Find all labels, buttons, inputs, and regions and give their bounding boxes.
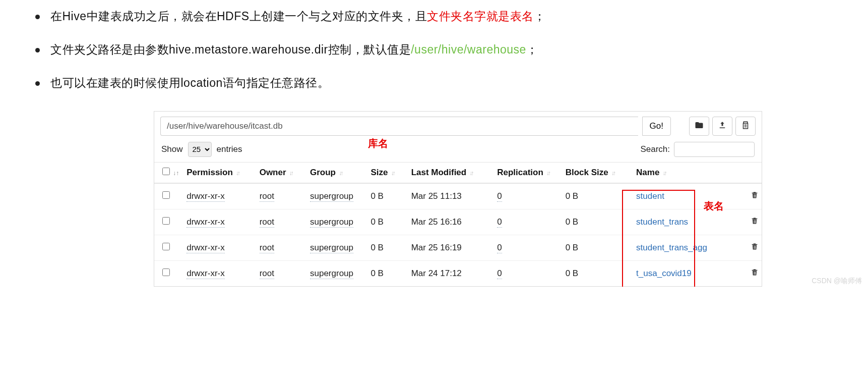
bullet-2-text-b: ； — [526, 43, 538, 56]
col-permission[interactable]: Permission↓↑ — [183, 162, 256, 183]
table-row: drwxr-xr-xrootsupergroup0 BMar 25 16:190… — [154, 235, 762, 260]
col-replication[interactable]: Replication↓↑ — [494, 162, 562, 183]
bullet-2-green: /user/hive/warehouse — [411, 43, 526, 56]
bullet-1-text-b: ； — [534, 10, 546, 23]
owner-value: root — [260, 243, 274, 253]
owner-value: root — [260, 191, 274, 202]
size-value: 0 B — [367, 260, 408, 286]
trash-icon — [751, 269, 759, 279]
blocksize-value: 0 B — [563, 260, 633, 286]
col-blocksize-label: Block Size — [566, 168, 608, 177]
sort-icon: ↓↑ — [388, 170, 394, 177]
sort-icon: ↓↑ — [170, 170, 179, 177]
group-value: supergroup — [310, 269, 353, 279]
row-checkbox[interactable] — [162, 269, 170, 276]
search-label: Search: — [640, 144, 670, 154]
bullet-list: 在Hive中建表成功之后，就会在HDFS上创建一个与之对应的文件夹，且文件夹名字… — [20, 9, 848, 91]
cut-button[interactable] — [735, 117, 756, 136]
name-link[interactable]: t_usa_covid19 — [636, 269, 692, 278]
col-owner-label: Owner — [260, 168, 286, 177]
new-folder-button[interactable] — [689, 117, 709, 136]
blocksize-value: 0 B — [563, 235, 633, 260]
col-actions — [745, 162, 762, 183]
replication-value: 0 — [497, 217, 502, 228]
toolbar: Go! — [154, 112, 762, 141]
perm-value: drwxr-xr-x — [187, 269, 225, 279]
bullet-2: 文件夹父路径是由参数hive.metastore.warehouse.dir控制… — [20, 42, 848, 58]
col-permission-label: Permission — [187, 168, 233, 177]
file-table: ↓↑ Permission↓↑ Owner↓↑ Group↓↑ Size↓↑ L… — [154, 162, 762, 286]
col-name[interactable]: Name↓↑ — [633, 162, 745, 183]
col-checkbox: ↓↑ — [154, 162, 183, 183]
col-size[interactable]: Size↓↑ — [367, 162, 408, 183]
name-link[interactable]: student — [636, 191, 664, 201]
sort-icon: ↓↑ — [659, 170, 665, 177]
sort-icon: ↓↑ — [466, 170, 472, 177]
modified-value: Mar 25 16:19 — [408, 235, 494, 260]
watermark: CSDN @喻师傅 — [812, 277, 862, 286]
col-group-label: Group — [310, 168, 336, 177]
col-blocksize[interactable]: Block Size↓↑ — [563, 162, 633, 183]
perm-value: drwxr-xr-x — [187, 191, 225, 202]
trash-icon — [751, 192, 759, 201]
perm-value: drwxr-xr-x — [187, 217, 225, 228]
pagesize-select[interactable]: 25 — [188, 142, 212, 157]
owner-value: root — [260, 217, 274, 228]
col-name-label: Name — [636, 168, 659, 177]
modified-value: Mar 25 16:16 — [408, 209, 494, 235]
path-input[interactable] — [160, 117, 638, 136]
replication-value: 0 — [497, 243, 502, 253]
name-link[interactable]: student_trans_agg — [636, 243, 707, 252]
sort-icon: ↓↑ — [608, 170, 614, 177]
sort-icon: ↓↑ — [336, 170, 342, 177]
delete-button[interactable] — [751, 269, 759, 279]
delete-button[interactable] — [751, 218, 759, 227]
replication-value: 0 — [497, 191, 502, 202]
clipboard-icon — [741, 121, 750, 132]
svg-rect-1 — [745, 125, 747, 126]
sort-icon: ↓↑ — [286, 170, 292, 177]
owner-value: root — [260, 269, 274, 279]
folder-icon — [695, 121, 704, 132]
col-owner[interactable]: Owner↓↑ — [257, 162, 307, 183]
col-group[interactable]: Group↓↑ — [307, 162, 367, 183]
modified-value: Mar 25 11:13 — [408, 183, 494, 209]
name-link[interactable]: student_trans — [636, 217, 688, 227]
trash-icon — [751, 243, 759, 253]
table-row: drwxr-xr-xrootsupergroup0 BMar 24 17:120… — [154, 260, 762, 286]
toolbar-icons — [689, 117, 756, 136]
row-checkbox[interactable] — [162, 217, 170, 225]
trash-icon — [751, 218, 759, 227]
col-modified[interactable]: Last Modified↓↑ — [408, 162, 494, 183]
upload-button[interactable] — [712, 117, 732, 136]
size-value: 0 B — [367, 183, 408, 209]
group-value: supergroup — [310, 243, 353, 253]
row-checkbox[interactable] — [162, 243, 170, 250]
col-replication-label: Replication — [497, 168, 543, 177]
svg-rect-2 — [745, 127, 747, 127]
table-row: drwxr-xr-xrootsupergroup0 BMar 25 11:130… — [154, 183, 762, 209]
search-input[interactable] — [674, 142, 755, 157]
select-all-checkbox[interactable] — [162, 168, 170, 175]
modified-value: Mar 24 17:12 — [408, 260, 494, 286]
table-row: drwxr-xr-xrootsupergroup0 BMar 25 16:160… — [154, 209, 762, 235]
blocksize-value: 0 B — [563, 183, 633, 209]
replication-value: 0 — [497, 269, 502, 279]
delete-button[interactable] — [751, 192, 759, 201]
bullet-3: 也可以在建表的时候使用location语句指定任意路径。 — [20, 76, 848, 91]
col-size-label: Size — [370, 168, 388, 177]
hdfs-browser-panel: Go! 库名 Show 25 entries — [154, 111, 762, 287]
annotation-dbname: 库名 — [368, 137, 388, 150]
delete-button[interactable] — [751, 243, 759, 253]
annotation-tablename: 表名 — [704, 199, 724, 213]
go-button[interactable]: Go! — [642, 117, 671, 136]
bullet-1-red: 文件夹名字就是表名 — [427, 10, 534, 23]
upload-icon — [718, 121, 727, 132]
bullet-3-text: 也可以在建表的时候使用location语句指定任意路径。 — [50, 76, 329, 89]
bullet-1: 在Hive中建表成功之后，就会在HDFS上创建一个与之对应的文件夹，且文件夹名字… — [20, 9, 848, 24]
group-value: supergroup — [310, 191, 353, 202]
entries-label: entries — [217, 144, 242, 154]
row-checkbox[interactable] — [162, 191, 170, 199]
perm-value: drwxr-xr-x — [187, 243, 225, 253]
table-controls: Show 25 entries Search: — [154, 141, 762, 162]
